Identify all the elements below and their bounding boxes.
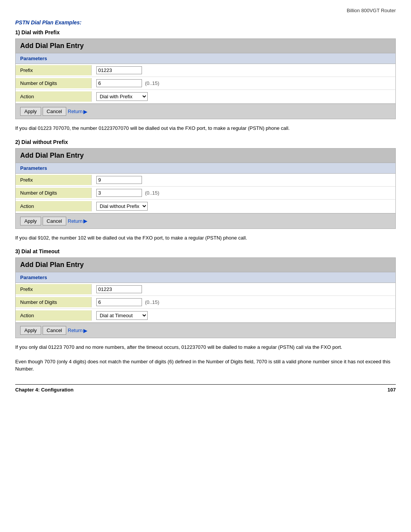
example1-digits-value: (0..15): [92, 77, 164, 89]
example1-action-row: Action Dial with Prefix Dial without Pre…: [16, 90, 395, 104]
example1-return-arrow: ▶: [83, 109, 88, 115]
example1-action-label: Action: [16, 91, 92, 102]
example2-card: Add Dial Plan Entry Parameters Prefix Nu…: [15, 148, 396, 229]
example2-card-title: Add Dial Plan Entry: [16, 149, 395, 163]
example2-return-link[interactable]: Return▶: [68, 218, 88, 224]
example3-action-value: Dial with Prefix Dial without Prefix Dia…: [92, 309, 152, 322]
example3-action-select[interactable]: Dial with Prefix Dial without Prefix Dia…: [96, 311, 148, 320]
example3-action-label: Action: [16, 310, 92, 321]
example1-action-value: Dial with Prefix Dial without Prefix Dia…: [92, 90, 152, 103]
example2-return-arrow: ▶: [83, 218, 88, 224]
example1-return-link[interactable]: Return▶: [68, 109, 88, 115]
example1-card-title: Add Dial Plan Entry: [16, 39, 395, 53]
example3-digits-label: Number of Digits: [16, 297, 92, 307]
example1-digits-row: Number of Digits (0..15): [16, 77, 395, 90]
example1-prefix-input[interactable]: [96, 66, 142, 74]
example3-return-arrow: ▶: [83, 328, 88, 334]
example2-prefix-label: Prefix: [16, 175, 92, 185]
example2-digits-label: Number of Digits: [16, 188, 92, 198]
page-footer: Chapter 4: Configuration 107: [15, 384, 396, 393]
router-title: Billion 800VGT Router: [347, 8, 396, 13]
example2-action-row: Action Dial with Prefix Dial without Pre…: [16, 200, 395, 213]
example2-digits-row: Number of Digits (0..15): [16, 187, 395, 200]
example2-description: If you dial 9102, the number 102 will be…: [15, 234, 396, 242]
example3-return-text: Return: [68, 328, 83, 333]
example3-heading: 3) Dial at Timeout: [15, 248, 396, 254]
example3-apply-button[interactable]: Apply: [20, 326, 41, 335]
example3-digits-row: Number of Digits (0..15): [16, 296, 395, 309]
example1-cancel-button[interactable]: Cancel: [43, 107, 66, 116]
example2-cancel-button[interactable]: Cancel: [43, 217, 66, 225]
pstn-section-title: PSTN Dial Plan Examples:: [15, 19, 396, 26]
example2-digits-value: (0..15): [92, 187, 164, 199]
example1-action-select[interactable]: Dial with Prefix Dial without Prefix Dia…: [96, 92, 148, 101]
example2-action-label: Action: [16, 201, 92, 211]
example3-digits-value: (0..15): [92, 296, 164, 308]
footer-right: 107: [387, 387, 396, 393]
example3-card-title: Add Dial Plan Entry: [16, 258, 395, 272]
example3-action-row: Action Dial with Prefix Dial without Pre…: [16, 309, 395, 323]
example1-prefix-label: Prefix: [16, 65, 92, 75]
example3-digits-input[interactable]: [96, 298, 142, 306]
example3-prefix-label: Prefix: [16, 284, 92, 294]
example1-return-text: Return: [68, 109, 83, 114]
example3-prefix-value: [92, 283, 147, 296]
example1-card-footer: Apply Cancel Return▶: [16, 104, 395, 119]
example2-prefix-value: [92, 174, 147, 186]
example2-apply-button[interactable]: Apply: [20, 217, 41, 225]
example2-action-value: Dial with Prefix Dial without Prefix Dia…: [92, 200, 152, 213]
example2-prefix-input[interactable]: [96, 176, 142, 184]
example2-heading: 2) Dial without Prefix: [15, 139, 396, 145]
example1-digits-hint: (0..15): [145, 80, 159, 86]
example1-prefix-row: Prefix: [16, 64, 395, 77]
footer-left: Chapter 4: Configuration: [15, 387, 73, 393]
example3-prefix-row: Prefix: [16, 283, 395, 296]
example3-return-link[interactable]: Return▶: [68, 328, 88, 334]
example2-prefix-row: Prefix: [16, 174, 395, 187]
page-header: Billion 800VGT Router: [15, 8, 396, 13]
example3-card-footer: Apply Cancel Return▶: [16, 323, 395, 338]
example3-card: Add Dial Plan Entry Parameters Prefix Nu…: [15, 257, 396, 338]
example3-digits-hint: (0..15): [145, 299, 159, 305]
example1-heading: 1) Dial with Prefix: [15, 29, 396, 35]
example3-prefix-input[interactable]: [96, 285, 142, 293]
example1-prefix-value: [92, 64, 147, 77]
example2-digits-hint: (0..15): [145, 190, 159, 196]
example3-params-header: Parameters: [16, 272, 395, 283]
example1-description: If you dial 01223 707070, the number 012…: [15, 125, 396, 132]
example1-card: Add Dial Plan Entry Parameters Prefix Nu…: [15, 38, 396, 119]
example3-description2: Even though 7070 (only 4 digits) does no…: [15, 358, 396, 373]
example2-digits-input[interactable]: [96, 189, 142, 197]
example2-params-header: Parameters: [16, 163, 395, 174]
example2-action-select[interactable]: Dial with Prefix Dial without Prefix Dia…: [96, 202, 148, 211]
example1-digits-input[interactable]: [96, 79, 142, 87]
example2-return-text: Return: [68, 218, 83, 224]
example1-apply-button[interactable]: Apply: [20, 107, 41, 116]
example2-card-footer: Apply Cancel Return▶: [16, 213, 395, 228]
example3-cancel-button[interactable]: Cancel: [43, 326, 66, 335]
example1-params-header: Parameters: [16, 53, 395, 64]
example3-description1: If you only dial 01223 7070 and no more …: [15, 343, 396, 351]
example1-digits-label: Number of Digits: [16, 78, 92, 88]
